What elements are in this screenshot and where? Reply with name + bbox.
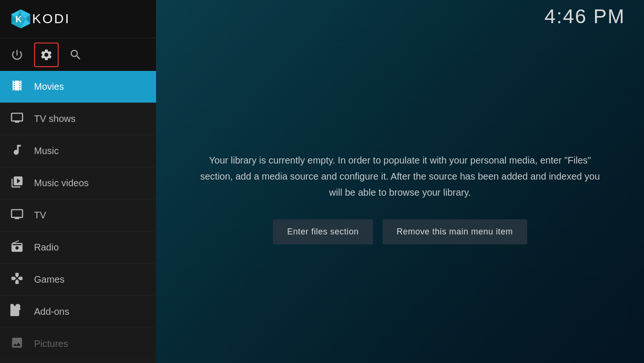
empty-library-message: Your library is currently empty. In orde… bbox=[194, 152, 606, 200]
sidebar-item-games[interactable]: Games bbox=[0, 264, 156, 296]
clock-display: 4:46 PM bbox=[545, 5, 625, 28]
music-icon bbox=[9, 143, 25, 159]
music-videos-icon bbox=[9, 175, 25, 191]
sidebar-item-addons-label: Add-ons bbox=[34, 306, 70, 317]
games-icon bbox=[9, 272, 25, 288]
action-buttons: Enter files section Remove this main men… bbox=[273, 219, 527, 244]
sidebar-item-radio[interactable]: Radio bbox=[0, 232, 156, 264]
sidebar-item-tv-shows-label: TV shows bbox=[34, 113, 76, 124]
sidebar-item-pictures[interactable]: Pictures bbox=[0, 328, 156, 360]
main-content: 4:46 PM Your library is currently empty.… bbox=[156, 0, 644, 363]
sidebar-toolbar bbox=[0, 38, 156, 71]
app-title: KODI bbox=[32, 11, 70, 26]
search-icon bbox=[69, 48, 82, 61]
search-button[interactable] bbox=[63, 43, 88, 67]
sidebar-item-music-label: Music bbox=[34, 146, 59, 156]
gear-icon bbox=[40, 48, 53, 61]
sidebar-item-pictures-label: Pictures bbox=[34, 338, 68, 349]
sidebar-item-tv[interactable]: TV bbox=[0, 199, 156, 232]
sidebar-item-music[interactable]: Music bbox=[0, 135, 156, 167]
tv-icon bbox=[9, 207, 25, 224]
sidebar-item-movies[interactable]: Movies bbox=[0, 71, 156, 103]
power-icon bbox=[10, 48, 24, 61]
sidebar-item-addons[interactable]: Add-ons bbox=[0, 296, 156, 328]
sidebar-item-tv-shows[interactable]: TV shows bbox=[0, 103, 156, 135]
addons-icon bbox=[9, 304, 25, 320]
enter-files-button[interactable]: Enter files section bbox=[273, 219, 373, 244]
sidebar-item-radio-label: Radio bbox=[34, 242, 59, 253]
sidebar-item-music-videos-label: Music videos bbox=[34, 178, 89, 189]
content-area: Your library is currently empty. In orde… bbox=[156, 33, 644, 363]
nav-menu: Movies TV shows Music Music videos TV bbox=[0, 71, 156, 363]
movies-icon bbox=[9, 79, 25, 95]
kodi-logo-icon: K bbox=[9, 8, 32, 30]
sidebar-item-tv-label: TV bbox=[34, 210, 46, 221]
svg-text:K: K bbox=[16, 15, 22, 24]
radio-icon bbox=[9, 240, 25, 256]
sidebar-item-movies-label: Movies bbox=[34, 81, 64, 92]
pictures-icon bbox=[9, 336, 25, 352]
sidebar: K KODI Movies bbox=[0, 0, 156, 363]
settings-button[interactable] bbox=[34, 43, 59, 67]
tv-shows-icon bbox=[9, 111, 25, 127]
sidebar-header: K KODI bbox=[0, 0, 156, 38]
top-bar: 4:46 PM bbox=[156, 0, 644, 33]
remove-menu-item-button[interactable]: Remove this main menu item bbox=[383, 219, 527, 244]
sidebar-item-music-videos[interactable]: Music videos bbox=[0, 167, 156, 199]
power-button[interactable] bbox=[5, 43, 29, 67]
sidebar-item-games-label: Games bbox=[34, 274, 64, 285]
